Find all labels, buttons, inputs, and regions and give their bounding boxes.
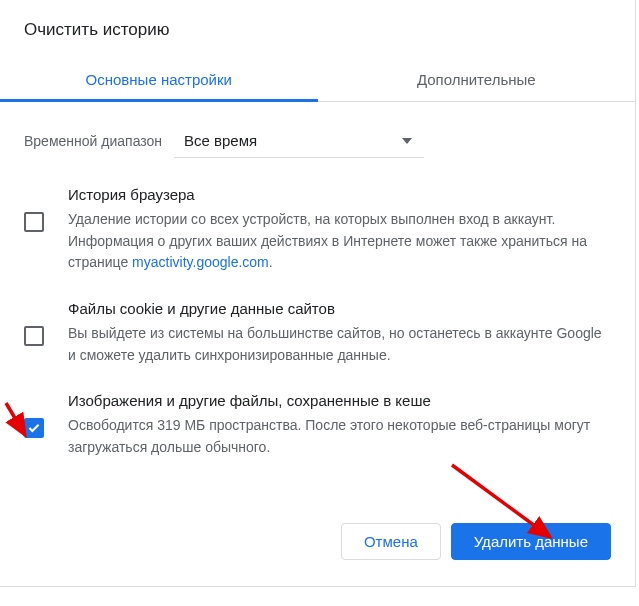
option-description: Удаление истории со всех устройств, на к… — [68, 209, 611, 274]
option-cached-images: Изображения и другие файлы, сохраненные … — [24, 382, 611, 474]
check-icon — [28, 423, 40, 433]
dialog-body: Временной диапазон Все время История бра… — [0, 102, 635, 475]
option-title: Файлы cookie и другие данные сайтов — [68, 300, 611, 317]
option-description: Освободится 319 МБ пространства. После э… — [68, 415, 611, 458]
checkbox-cookies[interactable] — [24, 326, 44, 346]
option-cookies: Файлы cookie и другие данные сайтов Вы в… — [24, 290, 611, 382]
clear-browsing-data-dialog: Очистить историю Основные настройки Допо… — [0, 0, 636, 587]
cancel-button[interactable]: Отмена — [341, 523, 441, 560]
time-range-label: Временной диапазон — [24, 133, 162, 149]
option-title: История браузера — [68, 186, 611, 203]
dialog-title: Очистить историю — [0, 0, 635, 58]
tab-basic[interactable]: Основные настройки — [0, 58, 318, 101]
option-description: Вы выйдете из системы на большинстве сай… — [68, 323, 611, 366]
tab-advanced[interactable]: Дополнительные — [318, 58, 636, 101]
option-title: Изображения и другие файлы, сохраненные … — [68, 392, 611, 409]
tabs: Основные настройки Дополнительные — [0, 58, 635, 102]
checkbox-cached-images[interactable] — [24, 418, 44, 438]
time-range-value: Все время — [184, 132, 257, 149]
clear-data-button[interactable]: Удалить данные — [451, 523, 611, 560]
time-range-select[interactable]: Все время — [174, 124, 424, 158]
checkbox-browsing-history[interactable] — [24, 212, 44, 232]
dialog-footer: Отмена Удалить данные — [0, 475, 635, 566]
option-browsing-history: История браузера Удаление истории со все… — [24, 176, 611, 290]
myactivity-link[interactable]: myactivity.google.com — [132, 254, 269, 270]
time-range-row: Временной диапазон Все время — [24, 118, 611, 176]
chevron-down-icon — [402, 138, 412, 144]
